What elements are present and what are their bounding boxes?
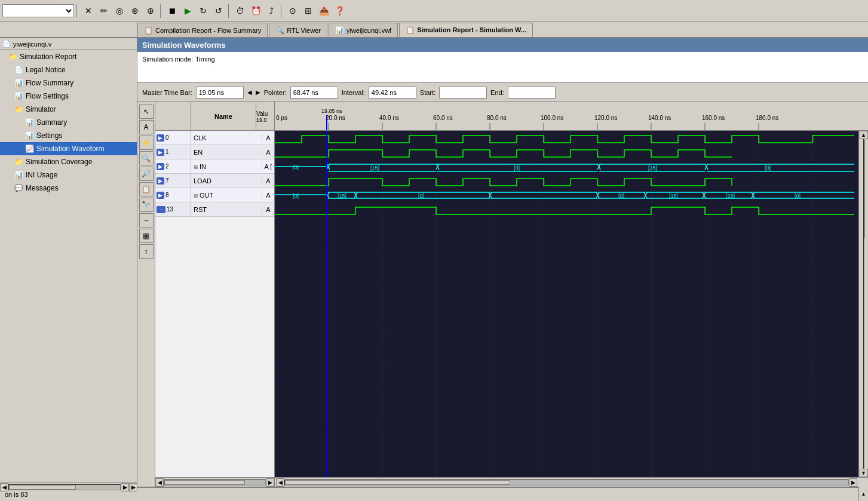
tab-label-rtl: RTL Viewer	[287, 27, 321, 34]
content-area: Simulation Waveforms Simulation mode: Ti…	[137, 38, 868, 487]
sig-idx-2: ▶ 2	[155, 159, 191, 173]
sig-val-clk: A	[262, 134, 274, 142]
svg-text:140.0 ns: 140.0 ns	[648, 115, 671, 121]
tool-zoom-in[interactable]: 🔍	[139, 151, 154, 165]
toolbar-btn-circle1[interactable]: ◎	[112, 4, 127, 18]
tab-vwf[interactable]: 📊 yiweijicunqi.vwf	[329, 23, 398, 37]
toolbar-btn-stop[interactable]: ⏹	[165, 4, 179, 18]
tool-copy[interactable]: 📋	[139, 182, 154, 196]
tool-text[interactable]: A	[139, 120, 154, 134]
vscroll-down[interactable]: ▼	[860, 469, 868, 477]
toolbar-btn-edit[interactable]: ✏	[97, 4, 111, 18]
tool-grid[interactable]: ▦	[139, 229, 154, 243]
toolbar-btn-x[interactable]: ✕	[81, 4, 96, 18]
toolbar-separator-4	[281, 4, 283, 18]
resize-icon: ▲	[861, 491, 866, 497]
tool-pointer[interactable]: ↖	[139, 104, 154, 119]
svg-rect-22	[275, 131, 858, 477]
toolbar-btn-export[interactable]: 📤	[317, 4, 331, 18]
svg-text:100.0 ns: 100.0 ns	[541, 115, 563, 121]
sidebar-scroll-left[interactable]: ◀	[0, 483, 8, 487]
header-val-time: 19.0	[256, 117, 267, 123]
start-label: Start:	[420, 89, 435, 96]
interval-label: Interval:	[342, 89, 365, 96]
waveform-title-bar: Simulation Waveforms	[137, 38, 868, 52]
sidebar-item-settings[interactable]: 📊 Settings	[0, 129, 137, 142]
signal-headers: Name Valu 19.0	[155, 102, 275, 131]
sidebar-item-flow-summary[interactable]: 📊 Flow Summary	[0, 76, 137, 90]
wave-scroll-right[interactable]: ▶	[849, 478, 857, 487]
sig-num-0: 0	[165, 134, 169, 141]
timebar-arrow-right[interactable]: ▶	[256, 89, 260, 96]
tool-search[interactable]: 🔭	[139, 198, 154, 212]
sidebar-item-simulation-coverage[interactable]: 📁 Simulation Coverage	[0, 155, 137, 168]
toolbar-btn-refresh2[interactable]: ↺	[211, 4, 226, 18]
pointer-value: 68.47 ns	[290, 87, 338, 99]
master-time-value-text: 19.05 ns	[199, 89, 224, 96]
sidebar-item-simulation-report[interactable]: 📁 Simulation Report	[0, 50, 137, 63]
in-expand-icon[interactable]: ⊞	[194, 164, 198, 170]
tab-compilation-report[interactable]: 📋 Compilation Report - Flow Summary	[137, 23, 268, 37]
tool-panel: ↖ A ⚡ 🔍 🔎 📋 🔭 → ▦ ↕	[137, 102, 155, 487]
interval-value: 49.42 ns	[369, 87, 416, 99]
out-expand-icon[interactable]: ⊞	[194, 193, 198, 199]
toolbar-btn-circle2[interactable]: ⊛	[128, 4, 142, 18]
svg-text:0 ps: 0 ps	[276, 115, 287, 121]
tool-arrow-right[interactable]: →	[139, 213, 154, 228]
svg-text:20.0 ns: 20.0 ns	[326, 115, 345, 121]
toolbar-btn-refresh1[interactable]: ↻	[196, 4, 210, 18]
toolbar-btn-grid[interactable]: ⊞	[301, 4, 315, 18]
toolbar-btn-circle3[interactable]: ⊕	[143, 4, 158, 18]
sidebar-item-simulation-waveform[interactable]: 📈 Simulation Waveform	[0, 142, 137, 155]
toolbar-btn-circle4[interactable]: ⊙	[286, 4, 300, 18]
sidebar-item-messages[interactable]: 💬 Messages	[0, 182, 137, 195]
sig-idx-0: ▶ 0	[155, 131, 191, 145]
wave-hscroll: ◀ ▶	[275, 478, 858, 487]
toolbar-btn-play[interactable]: ▶	[180, 4, 195, 18]
tab-simulation-report[interactable]: 📋 Simulation Report - Simulation W...	[399, 23, 533, 37]
timebar-arrow-left[interactable]: ◀	[247, 89, 252, 96]
sidebar-item-ini-usage[interactable]: 📊 INI Usage	[0, 168, 137, 182]
sidebar-resize-handle[interactable]: ▶	[129, 483, 137, 487]
svg-text:[0]: [0]	[514, 165, 520, 171]
sig-badge-7: ▶	[157, 177, 164, 185]
sim-mode-bar: Simulation mode: Timing	[137, 52, 868, 83]
wave-scroll-left[interactable]: ◀	[276, 478, 284, 487]
toolbar-btn-timer2[interactable]: ⏰	[249, 4, 263, 18]
vscroll-right: ▲ ▼	[858, 131, 868, 477]
tool-zoom-out[interactable]: 🔎	[139, 167, 154, 181]
sim-mode-label: Simulation mode:	[142, 56, 193, 63]
toolbar-btn-timer1[interactable]: ⏱	[233, 4, 247, 18]
svg-text:160.0 ns: 160.0 ns	[702, 115, 725, 121]
sidebar-item-summary[interactable]: 📊 Summary	[0, 116, 137, 129]
sidebar-label-legal-notice: Legal Notice	[26, 66, 66, 74]
sig-badge-1: ▶	[157, 149, 164, 156]
sidebar-item-simulator[interactable]: 📁 Simulator	[0, 103, 137, 116]
statusbar-resize: ▲	[858, 487, 868, 501]
sidebar-item-flow-settings[interactable]: 📊 Flow Settings	[0, 90, 137, 103]
tool-signal[interactable]: ⚡	[139, 136, 154, 150]
svg-text:[15]: [15]	[370, 165, 379, 171]
sidebar-label-flow-settings: Flow Settings	[26, 92, 69, 100]
svg-text:40.0 ns: 40.0 ns	[379, 115, 399, 121]
waveform-display[interactable]: [0] [15]	[275, 131, 858, 477]
signal-scroll-left[interactable]: ◀	[155, 478, 164, 487]
toolbar-combo[interactable]	[2, 4, 74, 17]
sidebar-label-messages: Messages	[26, 184, 59, 192]
tab-rtl-viewer[interactable]: 🔍 RTL Viewer	[269, 23, 327, 37]
signal-scroll-right[interactable]: ▶	[266, 478, 274, 487]
sig-name-rst: RST	[191, 206, 262, 213]
sidebar-scroll-track	[8, 484, 121, 487]
vscroll-up[interactable]: ▲	[860, 131, 868, 139]
sidebar-scroll-right[interactable]: ▶	[121, 483, 129, 487]
sidebar-label-summary: Summary	[36, 118, 67, 127]
sig-val-en: A	[262, 149, 274, 156]
status-text: on is 83	[5, 491, 28, 498]
signal-row-en: ▶ 1 EN A	[155, 145, 274, 159]
toolbar-btn-help[interactable]: ❓	[332, 4, 346, 18]
tool-sort[interactable]: ↕	[139, 244, 154, 259]
timeline-header: 0 ps 20.0 ns 40.0 ns 60.0 ns 80.0 ns 100…	[275, 102, 868, 131]
sidebar-item-legal-notice[interactable]: 📄 Legal Notice	[0, 63, 137, 76]
toolbar-btn-arrow[interactable]: ⤴	[264, 4, 278, 18]
sig-num-8: 8	[165, 192, 169, 198]
